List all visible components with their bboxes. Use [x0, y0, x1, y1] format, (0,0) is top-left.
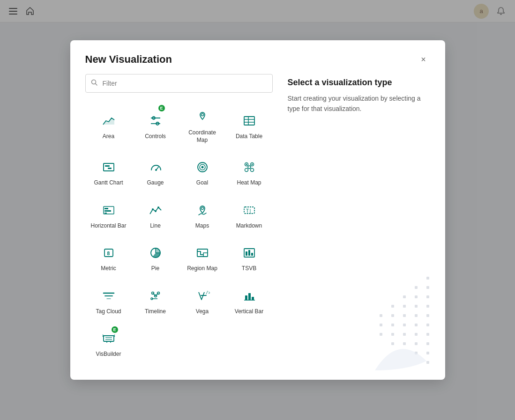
svg-rect-94	[391, 342, 394, 345]
viz-item-region-map[interactable]: Region Map	[179, 236, 226, 279]
modal-header: New Visualization ×	[70, 40, 445, 74]
svg-rect-84	[380, 324, 382, 326]
metric-icon: 8	[100, 244, 117, 261]
viz-item-gauge[interactable]: Gauge	[132, 150, 179, 193]
svg-line-4	[95, 84, 97, 86]
viz-item-data-table[interactable]: Data Table	[226, 100, 273, 150]
svg-rect-34	[104, 213, 107, 214]
svg-point-26	[245, 169, 248, 172]
viz-item-vega[interactable]: /> Vega	[179, 279, 226, 322]
coordinate-map-label: Coordinate Map	[183, 129, 222, 144]
controls-icon	[147, 112, 164, 129]
viz-item-visbuilder[interactable]: E VisBuilder	[85, 322, 132, 365]
svg-rect-64	[252, 297, 254, 300]
gauge-icon	[147, 159, 164, 176]
svg-rect-69	[426, 277, 429, 280]
gantt-chart-label: Gantt Chart	[94, 179, 123, 187]
timeline-label: Timeline	[145, 308, 166, 316]
svg-point-10	[201, 113, 203, 116]
pie-label: Pie	[151, 265, 159, 273]
tsvb-label: TSVB	[242, 265, 256, 273]
right-panel-description: Start creating your visualization by sel…	[288, 93, 430, 114]
visbuilder-badge: E	[112, 326, 118, 333]
svg-rect-99	[426, 352, 429, 354]
markdown-label: Markdown	[236, 222, 262, 230]
svg-rect-96	[415, 342, 418, 345]
timeline-icon	[147, 287, 164, 304]
close-button[interactable]: ×	[417, 53, 430, 66]
viz-item-maps[interactable]: Maps	[179, 193, 226, 236]
vertical-bar-icon	[241, 287, 258, 304]
metric-label: Metric	[101, 265, 116, 273]
svg-point-23	[201, 166, 203, 169]
svg-rect-91	[403, 333, 406, 336]
svg-rect-98	[415, 352, 418, 354]
svg-rect-82	[415, 314, 418, 317]
viz-item-tsvb[interactable]: TSVB	[226, 236, 273, 279]
data-table-label: Data Table	[236, 133, 262, 140]
vertical-bar-label: Vertical Bar	[235, 308, 263, 316]
viz-item-goal[interactable]: Goal	[179, 150, 226, 193]
controls-badge: E	[158, 105, 165, 111]
svg-point-29	[251, 164, 253, 165]
maps-icon	[194, 202, 211, 219]
svg-rect-80	[391, 314, 394, 317]
svg-rect-70	[415, 286, 418, 289]
svg-point-20	[155, 169, 157, 171]
svg-rect-93	[426, 333, 429, 336]
svg-rect-90	[391, 333, 394, 336]
viz-item-horizontal-bar[interactable]: Horizontal Bar	[85, 193, 132, 236]
viz-item-pie[interactable]: Pie	[132, 236, 179, 279]
filter-input[interactable]	[85, 74, 273, 93]
modal-title: New Visualization	[85, 53, 172, 66]
svg-rect-79	[380, 314, 382, 317]
svg-text:/>: />	[206, 290, 210, 295]
goal-label: Goal	[196, 179, 208, 187]
goal-icon	[194, 159, 211, 176]
svg-point-38	[201, 207, 203, 209]
viz-item-vertical-bar[interactable]: Vertical Bar	[226, 279, 273, 322]
line-label: Line	[150, 222, 161, 230]
svg-rect-86	[403, 324, 406, 326]
viz-item-gantt-chart[interactable]: Gantt Chart	[85, 150, 132, 193]
filter-search-icon	[91, 79, 97, 87]
viz-item-line[interactable]: Line	[132, 193, 179, 236]
viz-item-tag-cloud[interactable]: Tag Cloud	[85, 279, 132, 322]
svg-rect-63	[248, 293, 251, 300]
svg-rect-32	[104, 208, 108, 209]
viz-item-metric[interactable]: 8 Metric	[85, 236, 132, 279]
new-visualization-modal: New Visualization ×	[70, 40, 445, 380]
heat-map-label: Heat Map	[237, 179, 261, 187]
right-panel-title: Select a visualization type	[288, 78, 430, 88]
svg-rect-33	[104, 210, 111, 212]
svg-rect-95	[403, 342, 406, 345]
svg-rect-78	[426, 305, 429, 308]
modal-body: Area E Controls	[70, 74, 445, 380]
heat-map-icon	[241, 159, 258, 176]
vega-label: Vega	[196, 308, 209, 316]
svg-rect-73	[415, 295, 418, 298]
svg-point-27	[250, 169, 254, 172]
viz-item-markdown[interactable]: T| Markdown	[226, 193, 273, 236]
svg-rect-49	[248, 250, 250, 256]
viz-item-timeline[interactable]: Timeline	[132, 279, 179, 322]
svg-point-35	[152, 208, 154, 210]
viz-item-coordinate-map[interactable]: Coordinate Map	[179, 100, 226, 150]
visbuilder-label: VisBuilder	[96, 351, 121, 358]
region-map-icon	[194, 244, 211, 261]
svg-rect-83	[426, 314, 429, 317]
area-label: Area	[103, 133, 114, 140]
viz-item-heat-map[interactable]: Heat Map	[226, 150, 273, 193]
svg-rect-85	[391, 324, 394, 326]
svg-rect-87	[415, 324, 418, 326]
vega-icon: />	[194, 287, 211, 304]
viz-item-area[interactable]: Area	[85, 100, 132, 150]
svg-rect-17	[108, 168, 112, 169]
tag-cloud-label: Tag Cloud	[96, 308, 121, 316]
svg-point-28	[246, 164, 247, 165]
viz-item-controls[interactable]: E Controls	[132, 100, 179, 150]
svg-rect-50	[251, 253, 253, 256]
area-icon	[100, 112, 117, 129]
svg-rect-77	[415, 305, 418, 308]
svg-rect-74	[426, 295, 429, 298]
